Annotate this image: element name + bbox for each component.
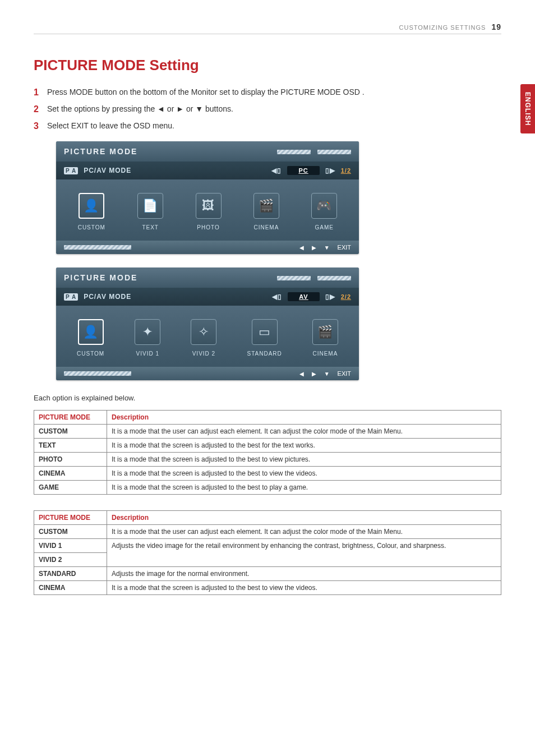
section-label: CUSTOMIZING SETTINGS [399, 24, 486, 31]
hatch-decor [277, 276, 311, 280]
tile-label: CUSTOM [77, 351, 104, 357]
osd-title: PICTURE MODE [56, 268, 359, 288]
mode-tile-photo[interactable]: 🖼PHOTO [196, 193, 222, 231]
col-mode: PICTURE MODE [34, 511, 107, 525]
mode-cell: VIVID 1 [34, 539, 107, 553]
custom-icon: 👤 [79, 193, 104, 219]
hatch-decor [64, 371, 131, 376]
hatch-decor [317, 150, 351, 154]
osd-panel-av: PICTURE MODE P A PC/AV MODE ◀▯ AV ▯▶ 2/2… [56, 268, 359, 380]
vivid1-icon: ✦ [135, 319, 160, 345]
step-1: Press MODE button on the bottom of the M… [34, 87, 501, 96]
mode-cell: CINEMA [34, 581, 107, 595]
exit-button[interactable]: EXIT [338, 370, 351, 377]
mode-tile-standard[interactable]: ▭STANDARD [247, 319, 282, 357]
tile-label: TEXT [142, 224, 159, 231]
text-icon: 📄 [137, 193, 163, 219]
desc-cell: Adjusts the video image for the retail e… [107, 539, 501, 567]
osd-footer: ◀ ▶ ▼ EXIT [56, 367, 359, 380]
arrow-right-icon[interactable]: ▯▶ [325, 167, 335, 174]
cinema-icon: 🎬 [312, 319, 338, 345]
tile-label: CUSTOM [78, 224, 105, 231]
pc-mode-table: PICTURE MODE Description CUSTOMIt is a m… [34, 410, 501, 495]
mode-cell: CUSTOM [34, 525, 107, 539]
mode-tile-text[interactable]: 📄TEXT [137, 193, 163, 231]
desc-cell: It is a mode that the screen is adjusted… [107, 453, 501, 467]
mode-tile-cinema[interactable]: 🎬CINEMA [312, 319, 338, 357]
table-row: CUSTOMIt is a mode that the user can adj… [34, 525, 501, 539]
step-3: Select EXIT to leave the OSD menu. [34, 121, 501, 130]
desc-cell: It is a mode that the user can adjust ea… [107, 425, 501, 439]
nav-left-icon[interactable]: ◀ [299, 371, 304, 377]
mode-cell: TEXT [34, 439, 107, 453]
hatch-decor [277, 150, 311, 154]
tile-label: PHOTO [197, 224, 219, 231]
vivid2-icon: ✧ [191, 319, 216, 345]
desc-cell: It is a mode that the screen is adjusted… [107, 439, 501, 453]
nav-right-icon[interactable]: ▶ [312, 371, 316, 377]
desc-cell: It is a mode that the user can adjust ea… [107, 525, 501, 539]
page-header: CUSTOMIZING SETTINGS 19 [34, 22, 501, 31]
arrow-right-icon[interactable]: ▯▶ [325, 293, 335, 301]
custom-icon: 👤 [78, 319, 104, 345]
col-mode: PICTURE MODE [34, 411, 107, 425]
language-tab: ENGLISH [520, 84, 535, 133]
pa-badge: P A [64, 293, 78, 301]
table-row: TEXTIt is a mode that the screen is adju… [34, 439, 501, 453]
desc-cell: It is a mode that the screen is adjusted… [107, 467, 501, 481]
mode-tile-vivid-1[interactable]: ✦VIVID 1 [135, 319, 160, 357]
table-row: CINEMAIt is a mode that the screen is ad… [34, 467, 501, 481]
osd-footer: ◀ ▶ ▼ EXIT [56, 241, 359, 254]
mode-tile-vivid-2[interactable]: ✧VIVID 2 [191, 319, 216, 357]
nav-left-icon[interactable]: ◀ [299, 245, 304, 251]
col-desc: Description [107, 511, 501, 525]
exit-button[interactable]: EXIT [338, 244, 351, 251]
mode-tile-custom[interactable]: 👤CUSTOM [78, 193, 105, 231]
header-rule [34, 34, 501, 34]
tile-label: CINEMA [253, 224, 279, 231]
arrow-left-icon[interactable]: ◀▯ [271, 167, 282, 174]
mode-cell: STANDARD [34, 567, 107, 581]
tile-label: VIVID 2 [192, 351, 215, 357]
mode-tile-cinema[interactable]: 🎬CINEMA [253, 193, 279, 231]
osd-page-indicator: 1/2 [341, 167, 351, 174]
nav-down-icon[interactable]: ▼ [324, 245, 330, 251]
table-row: GAMEIt is a mode that the screen is adju… [34, 481, 501, 495]
cinema-icon: 🎬 [253, 193, 279, 219]
table-row: STANDARDAdjusts the image for the normal… [34, 567, 501, 581]
table-row: CINEMAIt is a mode that the screen is ad… [34, 581, 501, 595]
osd-selector-row: P A PC/AV MODE ◀▯ PC ▯▶ 1/2 [56, 162, 359, 179]
explanation-intro: Each option is explained below. [34, 394, 501, 402]
photo-icon: 🖼 [196, 193, 222, 219]
osd-title: PICTURE MODE [56, 141, 359, 162]
arrow-left-icon[interactable]: ◀▯ [272, 293, 282, 301]
tile-label: VIVID 1 [136, 351, 159, 357]
row-label: PC/AV MODE [84, 293, 131, 301]
tile-label: CINEMA [312, 351, 338, 357]
osd-panel-pc: PICTURE MODE P A PC/AV MODE ◀▯ PC ▯▶ 1/2… [56, 141, 359, 254]
mode-cell: CINEMA [34, 467, 107, 481]
game-icon: 🎮 [311, 193, 337, 219]
col-desc: Description [107, 411, 501, 425]
desc-cell: It is a mode that the screen is adjusted… [107, 481, 501, 495]
standard-icon: ▭ [252, 319, 278, 345]
mode-cell: GAME [34, 481, 107, 495]
mode-tile-custom[interactable]: 👤CUSTOM [77, 319, 104, 357]
mode-value: PC [287, 166, 319, 175]
page-number: 19 [491, 22, 501, 31]
hatch-decor [317, 276, 351, 280]
nav-right-icon[interactable]: ▶ [312, 245, 316, 251]
hatch-decor [64, 245, 131, 250]
av-mode-table: PICTURE MODE Description CUSTOMIt is a m… [34, 510, 501, 595]
tile-label: GAME [315, 224, 334, 231]
step-2: Set the options by pressing the ◄ or ► o… [34, 104, 501, 113]
desc-cell: Adjusts the image for the normal environ… [107, 567, 501, 581]
row-label: PC/AV MODE [84, 167, 131, 174]
mode-cell: PHOTO [34, 453, 107, 467]
nav-down-icon[interactable]: ▼ [324, 371, 330, 377]
mode-tile-game[interactable]: 🎮GAME [311, 193, 337, 231]
mode-value: AV [288, 292, 319, 301]
desc-cell: It is a mode that the screen is adjusted… [107, 581, 501, 595]
osd-selector-row: P A PC/AV MODE ◀▯ AV ▯▶ 2/2 [56, 288, 359, 306]
mode-cell: CUSTOM [34, 425, 107, 439]
